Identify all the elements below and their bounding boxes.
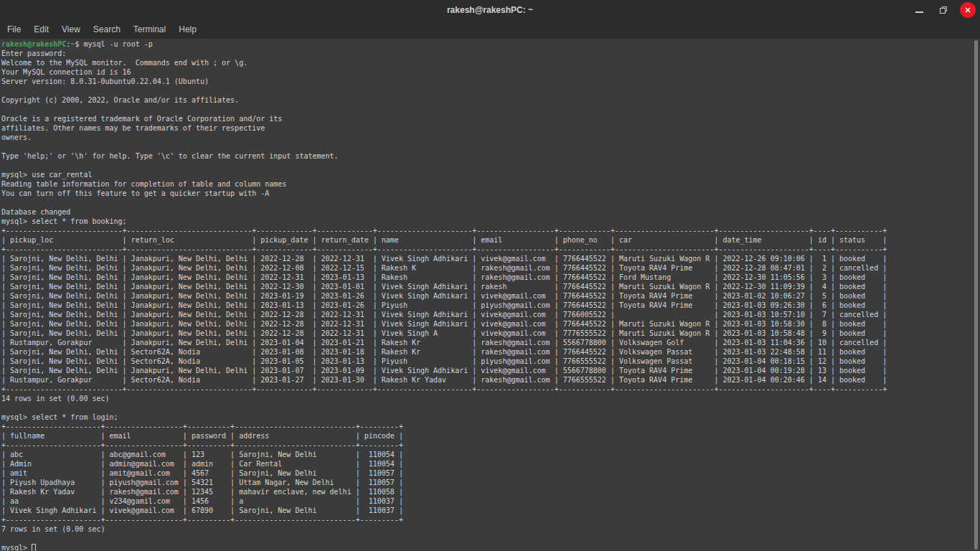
menu-item-help[interactable]: Help	[172, 22, 203, 37]
window-controls	[911, 0, 976, 20]
close-button[interactable]	[960, 2, 976, 18]
menu-item-view[interactable]: View	[55, 22, 87, 37]
terminal-viewport[interactable]: rakesh@rakeshPC:~$ mysql -u root -p Ente…	[0, 39, 980, 551]
titlebar[interactable]: rakesh@rakeshPC: ~	[0, 0, 980, 20]
terminal-window: rakesh@rakeshPC: ~ File Edit View Search…	[0, 0, 980, 551]
terminal-cursor	[32, 544, 36, 551]
close-icon	[964, 6, 971, 14]
menu-item-terminal[interactable]: Terminal	[127, 22, 172, 37]
minimize-icon	[915, 11, 923, 13]
maximize-icon	[939, 6, 948, 14]
terminal-output: rakesh@rakeshPC:~$ mysql -u root -p Ente…	[0, 39, 980, 551]
prompt-path: ~	[70, 40, 75, 48]
menu-item-search[interactable]: Search	[87, 22, 127, 37]
prompt-user-host: rakesh@rakeshPC	[1, 40, 66, 48]
maximize-button[interactable]	[936, 2, 951, 18]
window-title: rakesh@rakeshPC: ~	[0, 5, 980, 15]
menu-item-file[interactable]: File	[1, 22, 27, 37]
menu-item-edit[interactable]: Edit	[27, 22, 55, 37]
scrollbar-thumb[interactable]	[974, 40, 978, 550]
minimize-button[interactable]	[911, 2, 927, 18]
menubar: File Edit View Search Terminal Help	[0, 20, 980, 39]
